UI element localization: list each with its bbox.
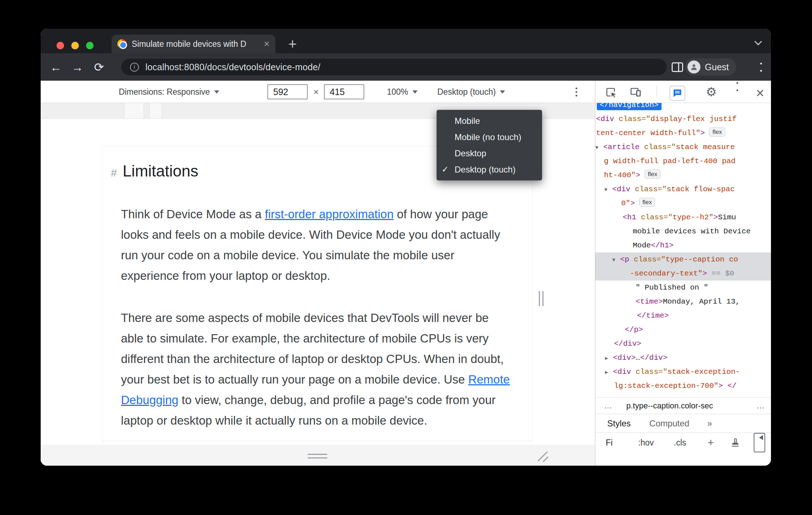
dom-tree-line[interactable]: </navigation> [595,103,771,112]
expand-arrow-icon[interactable]: ▼ [604,183,612,197]
more-tabs-chevrons[interactable]: » [707,418,712,429]
zoom-select[interactable]: 100% [387,81,418,103]
browser-tab[interactable]: Simulate mobile devices with D × [112,35,275,53]
dom-tree-line[interactable]: mobile devices with Device [595,224,771,238]
dom-tree-line[interactable]: <div class="display-flex justif [595,112,771,126]
dom-tree-line[interactable]: ▼<div class="stack flow-spac [595,182,771,196]
devtools-footer-spacer [595,452,771,466]
devtools-close-icon[interactable]: × [756,86,764,100]
device-menu-item[interactable]: ✓Desktop (touch) [437,161,542,178]
breadcrumb-overflow-right[interactable]: … [757,401,764,411]
expand-arrow-icon[interactable]: ▼ [612,253,620,267]
profile-button[interactable]: Guest [685,58,736,76]
flex-badge[interactable]: flex [645,170,660,179]
dom-tree-line[interactable]: ▼<article class="stack measure [595,140,771,154]
chevron-down-icon [214,90,219,94]
styles-filter-input[interactable]: Fi [606,433,613,452]
close-window-button[interactable] [57,42,64,49]
window-content: Dimensions: Responsive × 100% Desktop (t… [41,81,771,466]
code-token: class=" [614,115,650,123]
dom-tree: </navigation><div class="display-flex ju… [595,103,771,397]
toolbar-divider [657,86,657,97]
code-token: == $0 [707,269,734,278]
dom-tree-line[interactable]: " Published on " [595,281,771,295]
reload-button[interactable]: ⟳ [88,61,110,73]
viewport-resize-handle-right[interactable] [539,291,543,306]
dimensions-separator: × [310,81,322,103]
expand-arrow-icon[interactable]: ▶ [605,366,613,380]
code-token: 0" [621,199,630,207]
element-classes-button[interactable]: .cls [674,433,686,452]
new-style-rule-button[interactable]: + [708,433,714,452]
tab-styles[interactable]: Styles [607,418,631,429]
dom-tree-line[interactable]: ▶<div class="stack-exception- [595,365,771,379]
tab-computed[interactable]: Computed [649,418,689,429]
code-token: tent-center width-full" [596,129,700,137]
avatar [687,61,700,73]
dom-tree-line[interactable]: Mode</h1> [595,238,771,252]
dom-tree-line[interactable]: lg:stack-exception-700"> </ [595,379,771,393]
maximize-window-button[interactable] [86,42,94,49]
viewport-resize-handle-bottom[interactable] [308,454,327,458]
flex-badge[interactable]: flex [709,127,725,136]
toggle-element-state-button[interactable]: :hov [638,433,654,452]
device-menu-item[interactable]: Desktop [437,145,542,161]
dom-tree-line[interactable]: </p> [595,323,771,337]
dom-tree-line[interactable]: </div> [595,337,771,351]
text: Think of Device Mode as a [121,207,265,221]
device-menu-item[interactable]: Mobile [437,113,542,129]
dom-tree-line[interactable]: 0">flex [595,196,771,210]
code-token: class=" [629,255,666,264]
console-messages-button[interactable] [669,86,685,101]
settings-gear-icon[interactable]: ⚙ [706,86,717,98]
code-token: <div [596,115,614,123]
device-menu-item[interactable]: Mobile (no touch) [437,129,542,145]
breadcrumb: … p.type--caption.color-sec … [595,397,771,414]
url-text[interactable]: localhost:8080/docs/devtools/device-mode… [145,62,320,72]
address-toolbar: ← → ⟳ localhost:8080/docs/devtools/devic… [41,53,771,81]
dom-tree-line[interactable]: ▶<div>…</div> [595,351,771,365]
toggle-sidebar-icon[interactable] [754,433,765,452]
dom-tree-line[interactable]: </time> [595,309,771,323]
expand-arrow-icon[interactable]: ▼ [595,141,603,155]
new-tab-button[interactable]: + [288,37,297,51]
device-toolbar-toggle-icon[interactable] [629,86,642,100]
viewport-resize-handle-corner[interactable] [534,448,550,464]
device-type-select[interactable]: Desktop (touch) [437,81,505,103]
dom-tree-line[interactable]: <time>Monday, April 13, [595,295,771,309]
dom-tree-line[interactable]: ▼<p class="type--caption co [595,252,771,267]
breadcrumb-overflow-left[interactable]: … [595,401,612,411]
dom-tree-line[interactable]: <h1 class="type--h2">Simu [595,210,771,224]
code-token: ht-400" [604,171,636,179]
device-toolbar-menu-button[interactable] [576,81,577,103]
viewport-height-input[interactable] [324,84,364,99]
dom-tree-line[interactable]: g width-full pad-left-400 pad [595,154,771,168]
code-token: stack flow-spac [667,185,735,193]
dom-tree-line[interactable]: tent-center width-full">flex [595,126,771,140]
code-token: type--h2" [673,213,713,221]
first-order-approximation-link[interactable]: first-order approximation [265,207,394,221]
dom-tree-line[interactable]: ht-400">flex [595,168,771,182]
expand-arrow-icon[interactable]: ▶ [605,351,613,366]
code-token: -secondary-text" [630,269,703,278]
side-panel-icon[interactable] [672,62,683,72]
minimize-window-button[interactable] [71,42,79,49]
code-token: class=" [631,368,667,376]
code-token: display-flex justif [650,115,736,123]
flex-badge[interactable]: flex [639,198,655,207]
site-info-icon[interactable] [130,63,139,72]
dimensions-select[interactable]: Dimensions: Responsive [119,81,219,103]
heading-anchor[interactable]: # [111,167,117,179]
code-token: Simu [718,213,736,221]
forward-button[interactable]: → [67,61,88,73]
inspect-element-icon[interactable] [605,86,618,100]
back-button[interactable]: ← [45,61,67,73]
tab-search-chevron-icon[interactable] [754,38,762,45]
breadcrumb-crumb[interactable]: p.type--caption.color-sec [626,401,713,411]
tab-close-icon[interactable]: × [264,39,270,49]
viewport-width-input[interactable] [267,84,308,99]
dom-tree-line[interactable]: -secondary-text"> == $0 [595,267,771,281]
stamp-icon[interactable] [730,433,741,452]
page-title-text: Limitations [123,162,198,180]
omnibox[interactable]: localhost:8080/docs/devtools/device-mode… [121,59,667,75]
